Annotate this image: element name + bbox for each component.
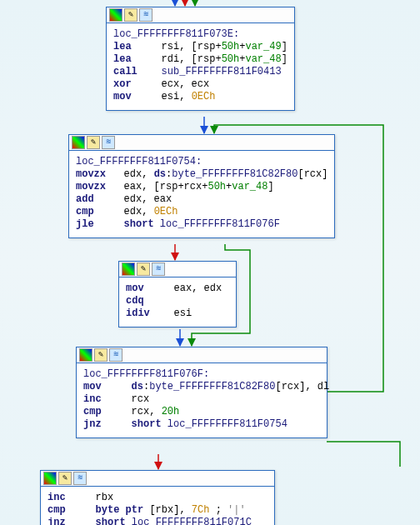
graph-icon[interactable]: ≋ [139, 8, 152, 22]
block-076A[interactable]: ✎ ≋ mov eax, edxcdq idiv esi [118, 261, 237, 328]
palette-icon[interactable] [109, 8, 122, 22]
graph-icon[interactable]: ≋ [73, 472, 87, 485]
block-titlebar: ✎ ≋ [119, 262, 236, 278]
block-body: loc_FFFFFFFF811F076F:mov ds:byte_FFFFFFF… [77, 363, 327, 438]
block-body: inc rbxcmp byte ptr [rbx], 7Ch ; '|'jnz … [41, 487, 274, 525]
block-body: loc_FFFFFFFF811F0754:movzx edx, ds:byte_… [69, 151, 334, 238]
block-titlebar: ✎ ≋ [77, 348, 327, 363]
palette-icon[interactable] [72, 136, 85, 149]
palette-icon[interactable] [43, 472, 57, 485]
edit-icon[interactable]: ✎ [58, 472, 72, 485]
block-0754[interactable]: ✎ ≋ loc_FFFFFFFF811F0754:movzx edx, ds:b… [68, 134, 335, 238]
edit-icon[interactable]: ✎ [124, 8, 138, 22]
block-073E[interactable]: ✎ ≋ loc_FFFFFFFF811F073E:lea rsi, [rsp+5… [106, 7, 295, 111]
edit-icon[interactable]: ✎ [87, 136, 100, 149]
edit-icon[interactable]: ✎ [137, 262, 150, 276]
block-titlebar: ✎ ≋ [41, 471, 274, 487]
edit-icon[interactable]: ✎ [94, 348, 108, 362]
block-titlebar: ✎ ≋ [107, 8, 294, 23]
palette-icon[interactable] [79, 348, 92, 362]
graph-icon[interactable]: ≋ [152, 262, 165, 276]
graph-icon[interactable]: ≋ [102, 136, 115, 149]
block-titlebar: ✎ ≋ [69, 135, 334, 151]
block-body: mov eax, edxcdq idiv esi [119, 278, 236, 327]
block-071C-pred[interactable]: ✎ ≋ inc rbxcmp byte ptr [rbx], 7Ch ; '|'… [40, 470, 275, 525]
block-body: loc_FFFFFFFF811F073E:lea rsi, [rsp+50h+v… [107, 23, 294, 110]
block-076F[interactable]: ✎ ≋ loc_FFFFFFFF811F076F:mov ds:byte_FFF… [76, 347, 328, 438]
palette-icon[interactable] [122, 262, 135, 276]
graph-icon[interactable]: ≋ [109, 348, 122, 362]
